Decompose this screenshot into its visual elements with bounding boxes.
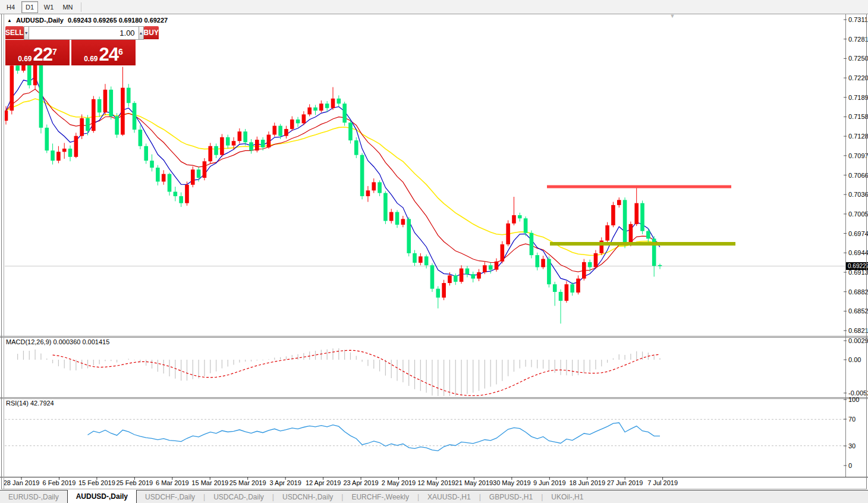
candle [501,244,505,262]
candle [33,65,37,85]
date-tick-label: 25 Feb 2019 [116,479,153,486]
symbol-triangle-icon: ▲ [7,18,12,23]
buy-price-box[interactable]: 0.69 24 6 [71,40,136,65]
one-click-trade-panel: SELL ▼ ▲ BUY 0.69 22 7 0.69 24 6 [5,26,136,65]
candle [611,205,615,225]
symbol-tab-bar: EURUSD-,DailyAUDUSD-,DailyUSDCHF-,Daily|… [0,490,868,503]
buy-button[interactable]: BUY [144,26,159,40]
window-border-right [866,14,867,489]
indicator-tick-label: 30 [848,442,856,449]
timeframe-button-d1[interactable]: D1 [21,1,38,13]
candle [378,182,382,193]
tab-eurusd-daily[interactable]: EURUSD-,Daily [0,491,67,503]
candle [623,200,627,244]
tab-eurchf-weekly[interactable]: EURCHF-,Weekly [343,491,417,503]
candle [174,191,178,196]
candle [506,224,510,244]
indicator-tick-label: 0.002984 [848,337,868,344]
date-tick-label: 15 Feb 2019 [78,479,115,486]
candle [214,146,218,155]
candle [249,142,253,150]
candle [15,65,20,71]
price-tick-label: 0.70665 [848,172,868,179]
candle [559,292,563,301]
volume-input[interactable] [29,26,139,40]
price-tick-label: 0.70970 [848,152,868,159]
window-border-left-outer [1,14,2,489]
candle [389,212,394,221]
price-tick-label: 0.70360 [848,191,868,198]
candle [220,137,224,155]
volume-decrease-button[interactable]: ▼ [24,26,29,40]
tab-usdchf-daily[interactable]: USDCHF-,Daily [137,491,203,503]
candle [150,161,154,168]
candle [179,196,183,203]
date-tick-label: 18 Jun 2019 [569,479,605,486]
candle [419,256,423,263]
candle [261,140,265,147]
tab-usdcnh-daily[interactable]: USDCNH-,Daily [274,491,341,503]
timeframe-button-h4[interactable]: H4 [2,1,19,13]
chart-title: ▲ AUDUSD-,Daily 0.69243 0.69265 0.69180 … [7,17,168,24]
tab-ukoil-h1[interactable]: UKOil-,H1 [543,491,592,503]
sell-button[interactable]: SELL [5,26,24,40]
tab-xauusd-h1[interactable]: XAUUSD-,H1 [419,491,479,503]
candle [407,219,411,253]
date-tick-label: 9 Jun 2019 [533,479,565,486]
indicator-tick-label: 0.00 [848,356,861,363]
date-tick-label: 12 May 2019 [417,479,455,486]
candle [267,135,271,147]
candle [354,140,358,155]
candle [296,120,300,123]
candle [366,190,370,196]
tab-gbpusd-h1[interactable]: GBPUSD-,H1 [481,491,541,503]
candle [56,152,61,161]
candle [272,126,276,135]
date-tick-label: 12 Apr 2019 [306,479,341,486]
rsi-value: 42.7924 [30,400,54,407]
candle [553,284,557,292]
price-tick-label: 0.69745 [848,230,868,237]
rsi-label: RSI(14) 42.7924 [6,400,54,407]
candle [68,149,73,157]
candle [342,103,347,122]
candle [238,131,242,141]
candle [424,256,429,265]
candle [629,224,633,244]
candle [319,103,323,111]
candle [337,99,341,104]
candle [535,255,539,267]
timeframe-button-w1[interactable]: W1 [40,1,57,13]
candle [39,65,43,128]
timeframe-toolbar: H4 D1 W1 MN [0,0,868,14]
price-tick-label: 0.72200 [848,74,868,81]
candle [144,146,148,161]
volume-increase-button[interactable]: ▲ [139,26,144,40]
rsi-name: RSI(14) [6,400,29,407]
sell-price-box[interactable]: 0.69 22 7 [5,40,70,65]
candle [51,150,55,161]
candle [313,108,317,111]
candle [565,284,569,301]
timeframe-button-mn[interactable]: MN [59,1,76,13]
candle [162,174,166,182]
candle [605,225,609,241]
date-tick-label: 3 Apr 2019 [270,479,301,486]
candle [348,122,353,140]
tab-usdcad-daily[interactable]: USDCAD-,Daily [205,491,272,503]
tab-audusd-daily[interactable]: AUDUSD-,Daily [67,490,137,503]
candle [658,265,662,266]
candle [471,274,475,278]
candle [617,200,621,205]
sell-price-big: 22 [33,46,52,63]
window-border-left-inner [4,14,4,489]
candle [226,137,230,146]
candle [290,120,294,129]
candle [197,169,201,178]
price-chart-canvas[interactable] [0,0,868,503]
sell-price-sup: 7 [52,49,57,55]
candle [360,155,364,196]
candle [395,212,400,225]
current-price-badge: 0.69227 [846,262,868,270]
candle [232,141,236,145]
